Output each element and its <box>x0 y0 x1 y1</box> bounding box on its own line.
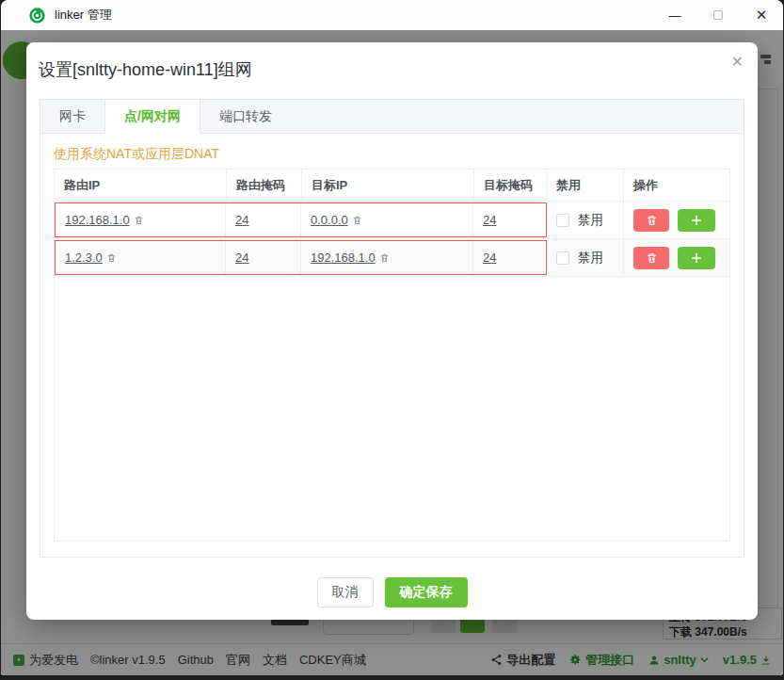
route-ip-cell: 192.168.1.0 <box>56 203 226 236</box>
tab-bar: 网卡 点/网对网 端口转发 <box>40 99 744 134</box>
operations-cell <box>624 202 729 238</box>
disable-cell: 禁用 <box>547 202 624 238</box>
cancel-button[interactable]: 取消 <box>317 577 374 607</box>
nat-notice-text: 使用系统NAT或应用层DNAT <box>54 134 730 169</box>
trash-icon <box>646 251 658 265</box>
row-alert-group: 1.2.3.0 24 192.168.1.0 <box>55 240 547 275</box>
header-target-mask: 目标掩码 <box>474 170 547 201</box>
clear-trash-icon[interactable] <box>134 215 144 226</box>
target-ip-cell: 0.0.0.0 <box>301 203 473 236</box>
disable-label: 禁用 <box>578 212 603 229</box>
header-disable: 禁用 <box>547 170 624 201</box>
disable-cell: 禁用 <box>547 239 624 276</box>
route-ip-cell: 1.2.3.0 <box>56 241 226 274</box>
close-window-button[interactable]: ✕ <box>740 0 783 30</box>
target-mask-cell: 24 <box>473 203 546 236</box>
disable-checkbox[interactable] <box>556 251 569 265</box>
add-row-button[interactable] <box>678 247 715 269</box>
row-alert-group: 192.168.1.0 24 0.0.0.0 <box>55 202 547 237</box>
target-ip-cell: 192.168.1.0 <box>301 241 473 274</box>
table-row: 192.168.1.0 24 0.0.0.0 <box>55 202 729 239</box>
app-window: linker 管理 — ✕ 上传 302.00B/s 下载 347.00B/s <box>1 0 783 675</box>
delete-row-button[interactable] <box>633 247 669 269</box>
route-mask-cell: 24 <box>226 203 301 236</box>
clear-trash-icon[interactable] <box>352 215 362 226</box>
header-route-mask: 路由掩码 <box>227 170 302 201</box>
target-ip-value[interactable]: 0.0.0.0 <box>311 213 348 227</box>
dialog-tabs: 网卡 点/网对网 端口转发 使用系统NAT或应用层DNAT 路由IP 路由掩码 … <box>40 99 744 558</box>
route-ip-value[interactable]: 192.168.1.0 <box>65 213 130 227</box>
disable-label: 禁用 <box>578 250 603 267</box>
minimize-button[interactable]: — <box>653 0 696 30</box>
route-ip-value[interactable]: 1.2.3.0 <box>65 251 103 265</box>
route-mask-value[interactable]: 24 <box>235 251 248 265</box>
dialog-actions: 取消 确定保存 <box>26 577 758 607</box>
routes-table: 路由IP 路由掩码 目标IP 目标掩码 禁用 操作 192.168.1.0 <box>54 169 730 542</box>
header-target-ip: 目标IP <box>302 170 474 201</box>
delete-row-button[interactable] <box>633 209 669 232</box>
tab-port-forwarding[interactable]: 端口转发 <box>200 100 291 133</box>
table-header-row: 路由IP 路由掩码 目标IP 目标掩码 禁用 操作 <box>55 170 729 202</box>
disable-checkbox[interactable] <box>556 214 569 227</box>
header-route-ip: 路由IP <box>55 170 227 201</box>
window-title: linker 管理 <box>55 7 112 24</box>
dialog-close-button[interactable]: ✕ <box>731 53 744 71</box>
add-row-button[interactable] <box>678 209 715 232</box>
maximize-button[interactable] <box>696 0 740 30</box>
titlebar: linker 管理 — ✕ <box>1 0 783 30</box>
table-row: 1.2.3.0 24 192.168.1.0 <box>55 239 729 277</box>
app-logo-icon <box>29 8 45 24</box>
tab-panel: 使用系统NAT或应用层DNAT 路由IP 路由掩码 目标IP 目标掩码 禁用 操… <box>40 134 744 558</box>
target-mask-value[interactable]: 24 <box>483 213 496 227</box>
route-mask-value[interactable]: 24 <box>235 213 248 227</box>
clear-trash-icon[interactable] <box>106 252 117 264</box>
clear-trash-icon[interactable] <box>379 252 390 264</box>
tab-network-card[interactable]: 网卡 <box>40 100 104 133</box>
target-ip-value[interactable]: 192.168.1.0 <box>311 251 376 265</box>
header-operations: 操作 <box>624 170 729 201</box>
target-mask-value[interactable]: 24 <box>483 251 496 265</box>
tab-point-net-to-net[interactable]: 点/网对网 <box>104 100 200 133</box>
plus-icon <box>691 252 702 264</box>
plus-icon <box>691 215 702 226</box>
app-area: 上传 302.00B/s 下载 347.00B/s 为爱发电 ©linker v… <box>1 30 783 675</box>
route-mask-cell: 24 <box>226 241 301 274</box>
target-mask-cell: 24 <box>473 241 546 274</box>
trash-icon <box>646 214 658 227</box>
operations-cell <box>624 239 729 276</box>
network-setup-dialog: 设置[snltty-home-win11]组网 ✕ 网卡 点/网对网 端口转发 … <box>26 42 758 620</box>
dialog-title: 设置[snltty-home-win11]组网 <box>39 58 252 81</box>
confirm-save-button[interactable]: 确定保存 <box>385 577 468 607</box>
maximize-icon <box>713 10 723 20</box>
window-controls: — ✕ <box>653 0 783 30</box>
